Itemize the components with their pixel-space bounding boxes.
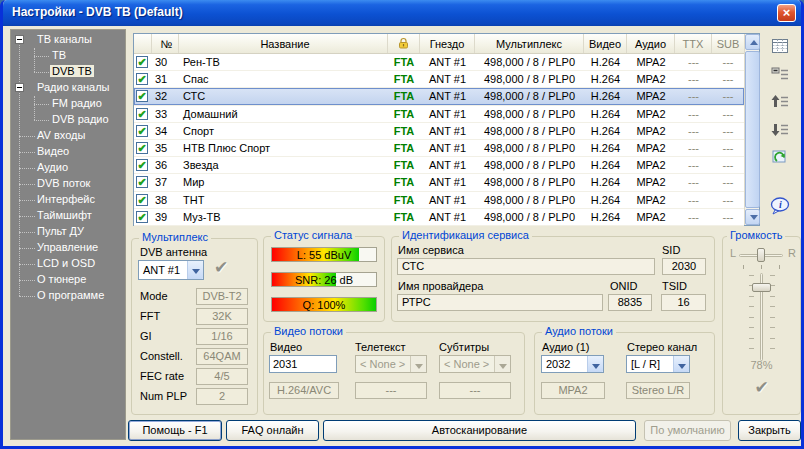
cell-ttx: --- [675, 176, 712, 188]
header-sub[interactable]: SUB [712, 34, 744, 53]
teletext-select[interactable]: < None > [355, 355, 427, 373]
autoscan-button[interactable]: Автосканирование [323, 420, 636, 441]
table-scrollbar[interactable] [744, 34, 759, 225]
apply-antenna-icon[interactable]: ✔ [214, 257, 228, 278]
stereo-value: [L / R] [631, 358, 660, 370]
sidebar-item-control[interactable]: Управление [11, 240, 125, 256]
move-channel-up-button[interactable] [767, 89, 793, 115]
table-header[interactable]: № Название Гнездо Мультиплекс Видео Ауди… [134, 34, 744, 54]
antenna-select[interactable]: ANT #1 [138, 260, 204, 280]
sidebar-item-timeshift[interactable]: Таймшифт [11, 208, 125, 224]
table-row-selected[interactable]: ✔ 32 СТС FTA ANT #1 498,000 / 8 / PLP0 H… [134, 88, 744, 105]
channel-checkbox[interactable]: ✔ [136, 108, 148, 120]
fec-label: FEC rate [140, 370, 184, 382]
collapse-icon[interactable] [15, 35, 24, 44]
channel-checkbox[interactable]: ✔ [136, 73, 148, 85]
cell-ttx: --- [675, 194, 712, 206]
sidebar-item-interface[interactable]: Интерфейс [11, 192, 125, 208]
table-row[interactable]: ✔ 36 Звезда FTA ANT #1 498,000 / 8 / PLP… [134, 157, 744, 174]
channel-checkbox[interactable]: ✔ [136, 125, 148, 137]
fec-value: 4/5 [196, 368, 248, 385]
teletext-info-value: --- [355, 382, 427, 399]
sidebar-item-tv[interactable]: ТВ [11, 48, 125, 64]
sidebar-item-lcd-osd[interactable]: LCD и OSD [11, 256, 125, 272]
cell-video: H.264 [584, 73, 627, 85]
sidebar-item-remote[interactable]: Пульт ДУ [11, 224, 125, 240]
chevron-down-icon[interactable] [187, 261, 203, 279]
header-mux[interactable]: Мультиплекс [475, 34, 584, 53]
header-ttx[interactable]: TTX [675, 34, 712, 53]
volume-slider-thumb[interactable] [752, 283, 771, 292]
cell-audio: MPA2 [627, 56, 675, 68]
channel-list-button[interactable] [767, 33, 793, 59]
sidebar-item-dvb-stream[interactable]: DVB поток [11, 176, 125, 192]
sidebar-item-about-program[interactable]: О программе [11, 288, 125, 304]
cell-sub: --- [712, 56, 744, 68]
header-video[interactable]: Видео [584, 34, 627, 53]
collapse-icon[interactable] [15, 83, 24, 92]
sidebar-item-radio-channels[interactable]: Радио каналы [11, 80, 125, 96]
scrollbar-thumb[interactable] [745, 51, 760, 208]
cell-ttx: --- [675, 211, 712, 223]
sidebar-item-dvb-radio[interactable]: DVB радио [11, 112, 125, 128]
header-access[interactable] [388, 34, 420, 53]
scroll-up-icon[interactable] [745, 34, 760, 50]
table-row[interactable]: ✔ 35 НТВ Плюс Спорт FTA ANT #1 498,000 /… [134, 140, 744, 157]
sidebar-item-video[interactable]: Видео [11, 144, 125, 160]
table-row[interactable]: ✔ 33 Домашний FTA ANT #1 498,000 / 8 / P… [134, 106, 744, 123]
table-row[interactable]: ✔ 38 ТНТ FTA ANT #1 498,000 / 8 / PLP0 H… [134, 192, 744, 209]
channel-checkbox[interactable]: ✔ [136, 90, 148, 102]
sidebar-item-fm-radio[interactable]: FM радио [11, 96, 125, 112]
channel-checkbox[interactable]: ✔ [136, 211, 148, 223]
cell-mux: 498,000 / 8 / PLP0 [475, 73, 584, 85]
channel-checkbox[interactable]: ✔ [136, 56, 148, 68]
cell-video: H.264 [584, 176, 627, 188]
fft-value: 32K [196, 308, 248, 325]
balance-slider-thumb[interactable] [757, 248, 765, 262]
move-channel-down-button[interactable] [767, 117, 793, 143]
channel-checkbox[interactable]: ✔ [136, 194, 148, 206]
tsid-label: TSID [662, 280, 687, 292]
table-row[interactable]: ✔ 30 Рен-ТВ FTA ANT #1 498,000 / 8 / PLP… [134, 54, 744, 71]
audio-pid-select[interactable]: 2032 [541, 355, 604, 373]
rescan-channels-button[interactable] [767, 145, 793, 171]
signal-level-value: L: 55 dBuV [272, 249, 376, 261]
channel-checkbox[interactable]: ✔ [136, 142, 148, 154]
table-row[interactable]: ✔ 34 Спорт FTA ANT #1 498,000 / 8 / PLP0… [134, 123, 744, 140]
sidebar-item-tv-channels[interactable]: ТВ каналы [11, 32, 125, 48]
faq-button[interactable]: FAQ онлайн [226, 420, 319, 441]
chevron-down-icon[interactable] [587, 356, 603, 372]
sidebar-item-dvb-tv[interactable]: DVB ТВ [11, 64, 125, 80]
defaults-button[interactable]: По умолчанию [644, 420, 731, 441]
close-button[interactable]: × [777, 4, 796, 22]
header-name[interactable]: Название [179, 34, 388, 53]
chevron-down-icon[interactable] [673, 356, 689, 372]
channel-checkbox[interactable]: ✔ [136, 176, 148, 188]
header-num[interactable]: № [152, 34, 179, 53]
close-window-button[interactable]: Закрыть [738, 420, 801, 441]
table-row[interactable]: ✔ 37 Мир FTA ANT #1 498,000 / 8 / PLP0 H… [134, 174, 744, 191]
info-icon: i [769, 196, 791, 216]
titlebar[interactable]: Настройки - DVB ТВ (Default) × [3, 0, 801, 26]
scroll-down-icon[interactable] [745, 209, 760, 225]
mute-check-icon[interactable]: ✔ [723, 377, 800, 398]
sidebar-item-about-tuner[interactable]: О тюнере [11, 272, 125, 288]
video-pid-input[interactable]: 2031 [269, 355, 337, 373]
channel-checkbox[interactable]: ✔ [136, 159, 148, 171]
constell-label: Constell. [140, 350, 183, 362]
sidebar-item-audio[interactable]: Аудио [11, 160, 125, 176]
header-audio[interactable]: Аудио [627, 34, 675, 53]
table-row[interactable]: ✔ 31 Спас FTA ANT #1 498,000 / 8 / PLP0 … [134, 71, 744, 88]
remove-channel-button[interactable] [767, 61, 793, 87]
stereo-select[interactable]: [L / R] [626, 355, 690, 373]
cell-sub: --- [712, 108, 744, 120]
table-row[interactable]: ✔ 39 Муз-ТВ FTA ANT #1 498,000 / 8 / PLP… [134, 209, 744, 226]
channel-info-button[interactable]: i [767, 193, 793, 219]
sidebar-item-label: Таймшифт [37, 209, 92, 221]
subtitles-select[interactable]: < None > [439, 355, 511, 373]
header-checkbox[interactable] [134, 34, 152, 53]
video-streams-group: Видео потоки Видео 2031 H.264/AVC Телете… [263, 332, 525, 415]
help-button[interactable]: Помощь - F1 [128, 420, 222, 441]
sidebar-item-av-inputs[interactable]: AV входы [11, 128, 125, 144]
header-socket[interactable]: Гнездо [420, 34, 475, 53]
